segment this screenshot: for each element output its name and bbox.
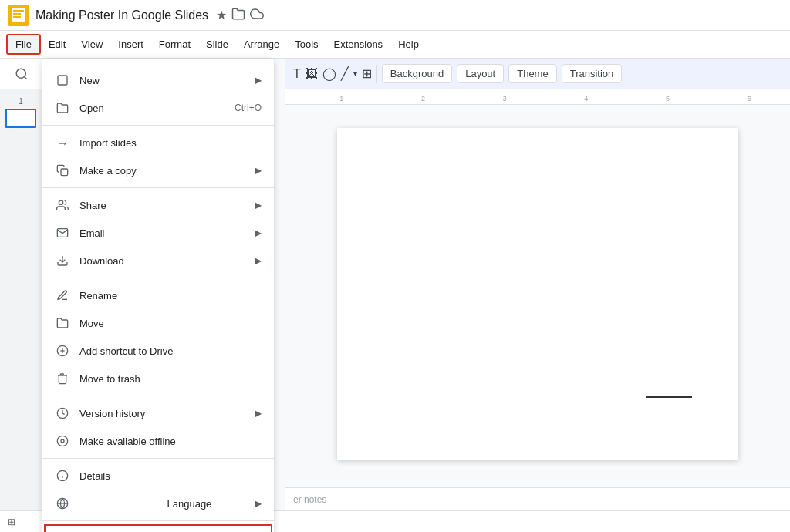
menu-section-new-open: New ▶ Open Ctrl+O	[42, 63, 274, 126]
menu-item-insert[interactable]: Insert	[110, 35, 151, 53]
shortcut-icon	[55, 343, 70, 359]
menu-item-language[interactable]: Details Language ▶	[42, 490, 274, 517]
table-icon[interactable]: ⊞	[362, 66, 372, 81]
slide-decoration-line	[646, 396, 692, 398]
ruler-mark-2: 2	[383, 95, 464, 103]
search-bar-area	[0, 59, 42, 89]
file-dropdown-menu: New ▶ Open Ctrl+O → Import slides Make a…	[42, 59, 274, 532]
menu-item-format[interactable]: Format	[151, 35, 198, 53]
line-dropdown-icon[interactable]: ▾	[353, 69, 357, 78]
theme-button[interactable]: Theme	[508, 64, 556, 83]
menu-item-edit[interactable]: Edit	[41, 35, 73, 53]
search-icon[interactable]	[15, 67, 29, 81]
menu-item-offline[interactable]: Make available offline	[42, 427, 274, 455]
layout-button[interactable]: Layout	[457, 64, 504, 83]
menu-section-rename: Rename Move Add shortcut to Drive Move t…	[42, 278, 274, 396]
grid-icon[interactable]: ⊞	[8, 517, 15, 527]
download-arrow-icon: ▶	[255, 255, 262, 266]
menu-item-share[interactable]: Share ▶	[42, 191, 274, 219]
rename-icon	[55, 288, 70, 303]
menu-item-rename[interactable]: Rename	[42, 281, 274, 309]
svg-point-4	[59, 200, 62, 204]
language-arrow-icon: ▶	[255, 498, 262, 509]
history-icon	[55, 406, 70, 421]
image-icon[interactable]: 🖼	[306, 67, 318, 81]
share-icon	[55, 197, 70, 213]
share-arrow-icon: ▶	[255, 200, 262, 210]
language-icon	[55, 496, 70, 511]
copy-arrow-icon: ▶	[255, 165, 262, 176]
menu-section-page: Page setup Print preview	[42, 521, 274, 532]
line-icon[interactable]: ╱	[341, 66, 349, 81]
menu-item-details[interactable]: Details	[42, 462, 274, 490]
menu-section-import-copy: → Import slides Make a copy ▶	[42, 126, 274, 188]
menu-bar: File Edit View Insert Format Slide Arran…	[0, 31, 790, 59]
toolbar-separator	[376, 65, 377, 83]
menu-item-slide[interactable]: Slide	[198, 35, 236, 53]
app-icon	[8, 5, 29, 26]
ruler-mark-5: 5	[627, 95, 709, 103]
menu-item-make-copy[interactable]: Make a copy ▶	[42, 157, 274, 184]
details-icon	[55, 468, 70, 483]
open-shortcut: Ctrl+O	[235, 103, 262, 113]
email-icon	[55, 225, 70, 241]
ruler-mark-1: 1	[301, 95, 383, 103]
trash-icon	[55, 371, 70, 386]
speaker-notes-bar[interactable]: er notes	[285, 487, 790, 510]
import-icon: →	[55, 135, 70, 150]
menu-section-version: Version history ▶ Make available offline	[42, 396, 274, 459]
svg-rect-2	[58, 76, 67, 85]
menu-section-details: Details Details Language ▶	[42, 459, 274, 521]
menu-item-extensions[interactable]: Extensions	[326, 35, 391, 53]
background-button[interactable]: Background	[382, 64, 452, 83]
menu-item-version-history[interactable]: Version history ▶	[42, 399, 274, 427]
new-icon	[55, 72, 70, 88]
title-bar: Making Poster In Google Slides ★	[0, 0, 790, 31]
menu-item-move[interactable]: Move	[42, 309, 274, 337]
svg-line-1	[24, 76, 26, 79]
menu-item-download[interactable]: Download ▶	[42, 247, 274, 274]
formatting-toolbar: T 🖼 ◯ ╱ ▾ ⊞ Background Layout Theme Tran…	[285, 59, 790, 89]
svg-point-11	[61, 439, 64, 443]
ruler-mark-3: 3	[464, 95, 545, 103]
slide-thumbnail[interactable]	[5, 109, 36, 128]
menu-item-new[interactable]: New ▶	[42, 66, 274, 94]
copy-icon	[55, 163, 70, 178]
transition-button[interactable]: Transition	[562, 64, 623, 83]
notes-placeholder: er notes	[293, 494, 326, 505]
shape-icon[interactable]: ◯	[322, 66, 336, 81]
offline-icon	[55, 433, 70, 449]
slide-workspace	[285, 105, 790, 483]
menu-item-help[interactable]: Help	[390, 35, 427, 53]
text-icon[interactable]: T	[293, 67, 301, 81]
menu-item-file[interactable]: File	[6, 34, 41, 55]
menu-item-add-shortcut[interactable]: Add shortcut to Drive	[42, 337, 274, 365]
menu-item-tools[interactable]: Tools	[287, 35, 326, 53]
menu-item-import[interactable]: → Import slides	[42, 129, 274, 157]
open-icon	[55, 100, 70, 116]
menu-item-view[interactable]: View	[73, 35, 110, 53]
cloud-icon	[250, 7, 264, 24]
slide-canvas[interactable]	[337, 128, 738, 460]
menu-item-email[interactable]: Email ▶	[42, 219, 274, 247]
new-arrow-icon: ▶	[255, 75, 262, 86]
menu-section-share: Share ▶ Email ▶ Download ▶	[42, 188, 274, 278]
star-icon[interactable]: ★	[216, 8, 227, 22]
menu-item-arrange[interactable]: Arrange	[236, 35, 287, 53]
email-arrow-icon: ▶	[255, 227, 262, 238]
svg-rect-3	[61, 169, 68, 176]
menu-item-open[interactable]: Open Ctrl+O	[42, 94, 274, 122]
ruler-mark-4: 4	[545, 95, 627, 103]
menu-item-page-setup[interactable]: Page setup	[44, 524, 272, 532]
menu-item-trash[interactable]: Move to trash	[42, 365, 274, 392]
main-content-area: 1 2 3 4 5 6	[285, 89, 790, 532]
svg-point-10	[57, 436, 67, 446]
folder-icon[interactable]	[231, 7, 245, 24]
document-title: Making Poster In Google Slides	[35, 8, 208, 22]
download-icon	[55, 253, 70, 268]
move-icon	[55, 315, 70, 331]
slide-number: 1	[19, 97, 23, 106]
svg-point-0	[16, 69, 25, 78]
slide-panel: 1	[0, 89, 42, 532]
ruler-mark-6: 6	[708, 95, 790, 103]
